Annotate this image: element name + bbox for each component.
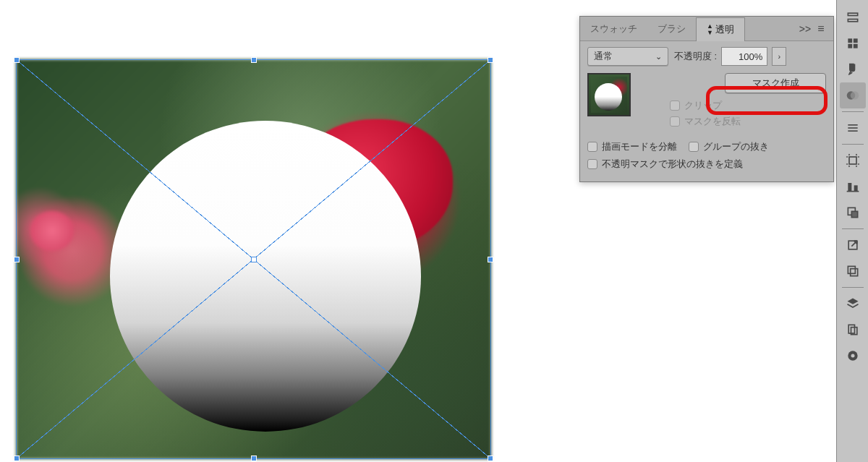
pathfinder-icon[interactable] <box>840 200 866 226</box>
invert-mask-checkbox <box>670 116 680 127</box>
libraries-icon[interactable] <box>840 317 866 343</box>
export-icon[interactable] <box>840 232 866 258</box>
opacity-mask-define-checkbox[interactable] <box>587 159 597 169</box>
panel-expand-toggle-icon: ▲▼ <box>707 23 712 36</box>
make-mask-button[interactable]: マスク作成 <box>725 73 826 93</box>
transparency-panel: スウォッチ ブラシ ▲▼ 透明 >> ≡ 通常 ⌄ 不透明度 : 100% › <box>579 16 834 182</box>
layers-icon[interactable] <box>840 291 866 317</box>
clip-label: クリップ <box>684 99 722 112</box>
svg-rect-15 <box>854 185 857 191</box>
svg-rect-11 <box>849 157 856 164</box>
tab-transparency[interactable]: ▲▼ 透明 <box>696 17 745 41</box>
invert-mask-label: マスクを反転 <box>684 115 741 128</box>
opacity-mask-define-label: 不透明マスクで形状の抜きを定義 <box>602 158 743 171</box>
knockout-group-checkbox[interactable] <box>689 142 699 152</box>
blend-mode-value: 通常 <box>594 50 613 63</box>
svg-rect-3 <box>853 38 857 43</box>
tab-brushes[interactable]: ブラシ <box>647 17 696 40</box>
right-dock <box>836 0 868 462</box>
tab-swatches[interactable]: スウォッチ <box>580 17 647 40</box>
svg-rect-4 <box>848 44 852 48</box>
opacity-input[interactable]: 100% <box>721 47 767 66</box>
svg-rect-14 <box>848 183 851 192</box>
tab-transparency-label: 透明 <box>715 23 734 36</box>
opacity-stepper[interactable]: › <box>772 47 786 66</box>
make-mask-label: マスク作成 <box>752 77 799 90</box>
panel-menu-button[interactable]: ≡ <box>813 22 829 35</box>
artboard-icon[interactable] <box>840 147 866 174</box>
panel-collapse-button[interactable]: >> <box>797 23 813 35</box>
panel-tab-bar: スウォッチ ブラシ ▲▼ 透明 >> ≡ <box>580 17 833 41</box>
clip-checkbox <box>670 100 680 111</box>
chevron-down-icon: ⌄ <box>655 52 662 61</box>
svg-rect-1 <box>848 20 857 22</box>
opacity-value: 100% <box>739 51 762 62</box>
asset-export-icon[interactable] <box>840 258 866 284</box>
transparency-icon[interactable] <box>840 82 866 108</box>
swatches-grid-icon[interactable] <box>840 30 866 56</box>
isolate-blending-checkbox[interactable] <box>587 142 597 152</box>
appearance-icon[interactable] <box>840 343 866 369</box>
gradient-circle-object[interactable] <box>110 121 421 432</box>
rose-flower-small <box>30 211 74 251</box>
svg-rect-20 <box>848 266 855 273</box>
isolate-blending-label: 描画モードを分離 <box>602 140 677 153</box>
stroke-icon[interactable] <box>840 115 866 141</box>
properties-icon[interactable] <box>840 4 866 30</box>
blend-mode-select[interactable]: 通常 ⌄ <box>587 47 668 66</box>
svg-rect-18 <box>851 211 857 217</box>
svg-point-25 <box>851 354 854 358</box>
svg-rect-0 <box>848 13 857 15</box>
object-thumbnail[interactable] <box>587 73 631 116</box>
svg-rect-21 <box>850 269 857 276</box>
svg-point-7 <box>850 91 859 100</box>
canvas-artboard[interactable] <box>16 59 491 459</box>
opacity-label: 不透明度 : <box>674 50 717 63</box>
svg-rect-5 <box>853 44 857 48</box>
knockout-group-label: グループの抜き <box>703 140 769 153</box>
brushes-icon[interactable] <box>840 56 866 82</box>
align-icon[interactable] <box>840 174 866 200</box>
svg-rect-2 <box>848 38 852 43</box>
